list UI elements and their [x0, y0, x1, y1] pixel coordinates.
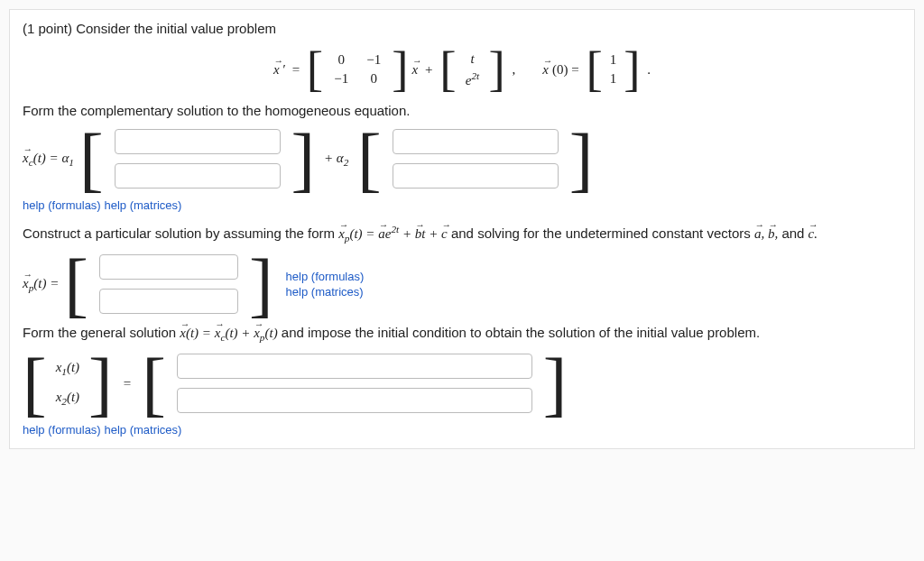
A-11: 0 — [370, 71, 377, 87]
xp-row1-input[interactable] — [99, 254, 238, 280]
help-matrices-link-2[interactable]: help (matrices) — [286, 285, 365, 299]
x2-label: x2(t) — [56, 390, 79, 407]
equals-sign: = — [124, 376, 131, 391]
A-00: 0 — [337, 52, 345, 68]
particular-solution-row: xp(t) = [ ] help (formulas) help (matric… — [23, 254, 901, 314]
xc-vec2-row1-input[interactable] — [393, 129, 559, 154]
xc-vec2-row2-input[interactable] — [393, 163, 559, 189]
xp-row2-input[interactable] — [99, 289, 238, 314]
final-row1-input[interactable] — [177, 354, 532, 379]
help-matrices-link-3[interactable]: help (matrices) — [104, 423, 181, 437]
ivp-equation: x ′ = [ 0 −1 −1 0 ] x + [ t e2t ] , x(0)… — [23, 50, 901, 89]
g-1: e2t — [466, 70, 479, 88]
xc-vec1-row1-input[interactable] — [115, 129, 281, 154]
ic-0: 1 — [610, 52, 617, 68]
x1-label: x1(t) — [56, 360, 79, 377]
final-row2-input[interactable] — [177, 388, 532, 413]
A-10: −1 — [334, 71, 348, 87]
xc-vec1-row2-input[interactable] — [115, 163, 281, 189]
help-formulas-link-2[interactable]: help (formulas) — [286, 270, 365, 283]
general-prompt: Form the general solution x(t) = xc(t) +… — [23, 325, 901, 343]
ic-1: 1 — [610, 71, 617, 87]
particular-prompt: Construct a particular solution by assum… — [23, 224, 901, 244]
help-matrices-link-1[interactable]: help (matrices) — [104, 198, 181, 212]
g-0: t — [470, 51, 474, 67]
ivp-solution-row: [ x1(t) x2(t) ] = [ ] — [23, 354, 901, 413]
complementary-solution-row: xc(t) = α1 [ ] + α2 [ ] — [23, 129, 901, 189]
A-01: −1 — [366, 52, 381, 68]
help-formulas-link-1[interactable]: help (formulas) — [23, 198, 101, 212]
complementary-prompt: Form the complementary solution to the h… — [23, 103, 901, 118]
problem-heading: (1 point) Consider the initial value pro… — [23, 21, 901, 36]
help-formulas-link-3[interactable]: help (formulas) — [23, 423, 101, 437]
